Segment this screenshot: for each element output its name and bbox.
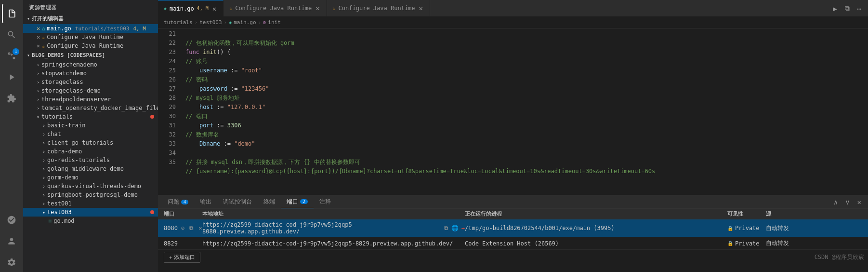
panel-tab-terminal-label: 终端	[263, 198, 275, 206]
folder-cobra-demo[interactable]: › cobra-demo	[23, 147, 158, 156]
folder-gorm-demo-label: gorm-demo	[47, 174, 79, 181]
remote-icon[interactable]	[2, 210, 21, 230]
breadcrumb-test003[interactable]: test003	[199, 19, 222, 26]
folder-storageclass[interactable]: › storageclass	[23, 78, 158, 86]
folder-client-go[interactable]: › client-go-tutorials	[23, 138, 158, 147]
breadcrumb-func-icon: ⚙	[263, 20, 266, 25]
folder-chevron-13: ›	[42, 166, 45, 172]
panel-tab-ports[interactable]: 端口 2	[281, 195, 313, 208]
preview-browser-icon[interactable]: ⊙	[180, 224, 186, 232]
folder-springschemademo[interactable]: › springschemademo	[23, 60, 158, 69]
code-line-23: func init() {	[180, 48, 864, 57]
source-control-icon[interactable]: 1	[2, 46, 21, 66]
folder-quarkus-label: quarkus-virual-threads-demo	[47, 183, 141, 190]
code-line-26: // 密码	[180, 75, 864, 84]
editor: 21 22 23 24 25 26 27 28 29 30 31 32 33 3…	[158, 28, 868, 195]
breadcrumb-tutorials[interactable]: tutorials	[164, 19, 193, 26]
port-8080-visibility-cell: 🔒 Private	[727, 225, 766, 231]
more-actions-icon[interactable]: ⋯	[855, 4, 864, 14]
line-num-31: 31	[158, 121, 176, 130]
breadcrumb-main-go[interactable]: main.go	[234, 19, 256, 26]
add-port-button[interactable]: + 添加端口	[164, 252, 200, 263]
close-icon-2[interactable]: ✕	[37, 34, 40, 41]
copy-address-icon[interactable]: ⧉	[188, 224, 195, 232]
breadcrumb-init[interactable]: init	[268, 19, 281, 26]
open-editor-path: tutorials/test003	[75, 26, 130, 32]
workspace-label: BLOG_DEMOS [CODESPACES]	[32, 52, 105, 58]
tab-configure-java-1-close[interactable]: ✕	[315, 4, 320, 12]
copy-link-icon[interactable]: ⧉	[444, 225, 448, 231]
panel-tab-output[interactable]: 输出	[194, 195, 217, 208]
split-editor-icon[interactable]: ⧉	[842, 3, 853, 14]
panel-tab-comments[interactable]: 注释	[314, 195, 337, 208]
folder-golang-middleware[interactable]: › golang-middleware-demo	[23, 164, 158, 173]
line-num-35: 35	[158, 158, 176, 167]
folder-basic-train[interactable]: › basic-train	[23, 121, 158, 130]
run-file-icon[interactable]: ▶	[830, 4, 840, 14]
panel-tab-terminal[interactable]: 终端	[258, 195, 281, 208]
run-debug-icon[interactable]	[2, 68, 21, 87]
panel-tab-ports-label: 端口	[287, 198, 298, 206]
close-icon-3[interactable]: ✕	[37, 42, 40, 49]
line-num-28: 28	[158, 94, 176, 103]
folder-tutorials[interactable]: ▾ tutorials	[23, 112, 158, 121]
folder-chat[interactable]: › chat	[23, 130, 158, 138]
port-row-8829[interactable]: 8829 https://zq2599-didactic-cod-j9r9p7v…	[158, 237, 868, 250]
panel-area: 问题 4 输出 调试控制台 终端 端口 2 注释	[158, 195, 868, 272]
folder-stopwatchdemo[interactable]: › stopwatchdemo	[23, 69, 158, 78]
panel-expand-icon[interactable]: ∨	[842, 197, 852, 207]
code-line-24: // 账号	[180, 57, 864, 66]
folder-gorm-demo[interactable]: › gorm-demo	[23, 173, 158, 182]
open-editor-main-go[interactable]: ✕ ⌂ main.go tutorials/test003 4, M	[23, 24, 158, 33]
search-icon[interactable]	[2, 25, 21, 44]
workspace-header[interactable]: ▾ BLOG_DEMOS [CODESPACES]	[23, 50, 158, 60]
panel-tab-problems[interactable]: 问题 4	[162, 195, 194, 208]
panel-tab-output-label: 输出	[200, 198, 211, 206]
tab-configure-java-2-close[interactable]: ✕	[418, 4, 424, 12]
open-browser-icon[interactable]: 🌐	[451, 225, 459, 231]
folder-tomcat[interactable]: › tomcat_openresty_docker_image_files	[23, 104, 158, 112]
tab-configure-java-1[interactable]: ☕ Configure Java Runtime ✕	[224, 0, 327, 16]
folder-threadpooldemoserver[interactable]: › threadpooldemoserver	[23, 95, 158, 104]
folder-tomcat-label: tomcat_openresty_docker_image_files	[41, 105, 158, 111]
line-num-32: 32	[158, 130, 176, 139]
open-editor-configure-java-2[interactable]: ✕ ☕ Configure Java Runtime	[23, 41, 158, 50]
panel-close-icon[interactable]: ✕	[855, 197, 864, 207]
file-go-mod[interactable]: ≡ go.mod	[23, 217, 158, 225]
settings-icon[interactable]	[2, 253, 21, 272]
tab-main-go-close[interactable]: ✕	[211, 5, 217, 13]
accounts-icon[interactable]	[2, 231, 21, 251]
open-editor-configure-java-1[interactable]: ✕ ☕ Configure Java Runtime	[23, 33, 158, 41]
port-8829-visibility: Private	[735, 240, 760, 247]
folder-chat-label: chat	[47, 131, 61, 137]
code-line-28: // mysql 服务地址	[180, 94, 864, 103]
go-icon: ⌂	[42, 26, 45, 31]
folder-chevron-18: ▾	[42, 210, 45, 215]
lock-icon-1: 🔒	[727, 226, 733, 231]
folder-storageclass-demo[interactable]: › storageclass-demo	[23, 86, 158, 95]
folder-test003[interactable]: ▾ test003	[23, 208, 158, 217]
port-8080-process-cell: /tmp/go-build826702544/b001/exe/main (39…	[465, 225, 727, 231]
tab-main-go[interactable]: ◈ main.go 4, M ✕	[158, 0, 224, 16]
files-icon[interactable]	[2, 4, 21, 23]
folder-test001[interactable]: › test001	[23, 199, 158, 208]
open-editors-header[interactable]: ▾ 打开的编辑器	[23, 13, 158, 24]
code-content[interactable]: // 包初始化函数，可以用来初始化 gorm func init() { // …	[180, 28, 864, 195]
folder-chevron-17: ›	[42, 201, 45, 206]
line-num-33: 33	[158, 139, 176, 149]
tab-main-go-modified: 4, M	[197, 6, 209, 11]
java-icon-1: ☕	[42, 35, 45, 40]
tab-configure-java-2[interactable]: ☕ Configure Java Runtime ✕	[327, 0, 430, 16]
folder-go-redis[interactable]: › go-redis-tutorials	[23, 156, 158, 164]
folder-quarkus[interactable]: › quarkus-virual-threads-demo	[23, 182, 158, 190]
panel-tab-debug-console[interactable]: 调试控制台	[217, 195, 258, 208]
port-row-8080[interactable]: 8080 ⊙ ⧉ ✕ https://zq2599-didactic-cod-j…	[158, 219, 868, 237]
tab-go-icon: ◈	[164, 6, 167, 11]
line-num-30: 30	[158, 112, 176, 121]
folder-go-redis-label: go-redis-tutorials	[47, 157, 110, 163]
panel-collapse-icon[interactable]: ∧	[831, 197, 841, 207]
close-icon[interactable]: ✕	[37, 25, 40, 32]
extensions-icon[interactable]	[2, 89, 21, 108]
folder-springboot-postgresql[interactable]: › springboot-postgresql-demo	[23, 190, 158, 199]
folder-stopwatchdemo-label: stopwatchdemo	[41, 70, 87, 77]
